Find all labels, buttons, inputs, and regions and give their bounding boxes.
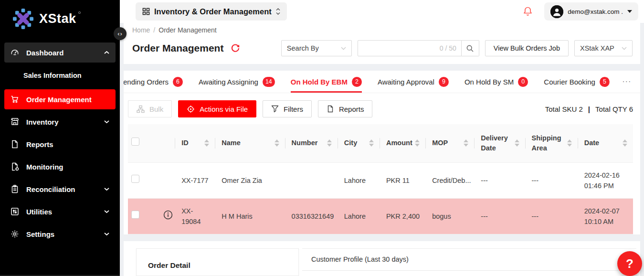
cell-mop: Credit/Deb... — [425, 162, 474, 198]
clipboard-icon — [11, 185, 19, 193]
sort-icon[interactable] — [623, 139, 627, 147]
cell-amount: PKR 11 — [380, 162, 425, 198]
search-by-select[interactable]: Search By — [281, 40, 352, 56]
tab-on-hold-by-ebm[interactable]: On Hold By EBM 2 — [291, 71, 362, 93]
tab-awaiting-assigning[interactable]: Awaiting Assigning 14 — [199, 71, 275, 93]
brand-logo[interactable]: XStak — [0, 0, 120, 30]
accordion-customer-profile[interactable]: Customer Profile (Last 30 days) — [302, 249, 636, 271]
sort-icon[interactable] — [464, 139, 468, 147]
tab-badge: 0 — [518, 77, 528, 87]
sidebar-item-utilities[interactable]: Utilities — [4, 202, 116, 222]
tab-label: Awaiting Assigning — [199, 78, 258, 86]
search-button[interactable] — [462, 40, 479, 56]
orders-panel: Pending Orders 6 Awaiting Assigning 14 O… — [124, 71, 640, 234]
brand-name: XStak — [39, 8, 76, 29]
xap-select[interactable]: XStak XAP — [574, 40, 633, 56]
search-input[interactable] — [363, 44, 437, 53]
sidebar-item-dashboard[interactable]: Dashboard — [4, 42, 116, 63]
sidebar-item-reports[interactable]: Reports — [4, 134, 116, 154]
tab-awaiting-approval[interactable]: Awaiting Approval 9 — [378, 71, 449, 93]
cell-date: 2024-02-07 10:10 AM — [578, 198, 633, 234]
gear-icon — [11, 230, 19, 238]
sidebar-item-label: Settings — [26, 230, 54, 238]
crosshair-icon — [187, 105, 195, 113]
column-name[interactable]: Name — [215, 124, 285, 162]
tab-label: Awaiting Approval — [378, 78, 434, 86]
sidebar-item-reconciliation[interactable]: Reconciliation — [4, 179, 116, 199]
tab-badge: 2 — [352, 77, 362, 87]
help-fab-button[interactable]: ? — [617, 251, 642, 276]
info-circle-icon[interactable] — [163, 210, 173, 220]
row-checkbox[interactable] — [131, 175, 139, 183]
column-number[interactable]: Number — [285, 124, 338, 162]
column-city[interactable]: City — [338, 124, 380, 162]
breadcrumb-separator: / — [153, 26, 155, 34]
order-detail-section: Order Detail Customer Profile (Last 30 d… — [124, 241, 640, 276]
breadcrumb: Home / Order Management — [132, 26, 633, 34]
refresh-icon[interactable] — [231, 43, 240, 53]
sidebar-item-monitoring[interactable]: Monitoring — [4, 157, 116, 177]
sidebar-collapse-toggle[interactable]: ‹› — [114, 27, 127, 40]
cell-number: 03316321649 — [285, 198, 338, 234]
tab-on-hold-by-sm[interactable]: On Hold By SM 0 — [465, 71, 528, 93]
avatar-icon — [550, 5, 563, 18]
sidebar-item-order-management[interactable]: Order Management — [4, 89, 116, 109]
cell-mop: bogus — [425, 198, 474, 234]
filters-button[interactable]: Filters — [263, 100, 312, 117]
toolbar: Bulk Actions via File — [124, 93, 640, 123]
cart-icon — [11, 95, 19, 104]
app-switcher[interactable]: Inventory & Order Management — [136, 2, 287, 21]
detail-accordion: Customer Profile (Last 30 days) Order It… — [302, 248, 636, 276]
breadcrumb-home[interactable]: Home — [132, 26, 150, 34]
cell-number — [285, 162, 338, 198]
sort-icon[interactable] — [369, 139, 374, 147]
select-all-checkbox[interactable] — [131, 138, 139, 146]
user-menu[interactable]: demo@xstak.com . — [544, 2, 638, 21]
char-counter: 0 / 50 — [440, 44, 456, 52]
tabs-more-button[interactable]: ... — [608, 71, 640, 93]
column-amount[interactable]: Amount — [380, 124, 425, 162]
sort-icon[interactable] — [274, 139, 279, 147]
cell-id: XX-19084 — [175, 198, 215, 234]
file-sync-icon — [11, 162, 19, 171]
column-shipping-area[interactable]: Shipping Area — [525, 124, 578, 162]
sort-icon[interactable] — [515, 139, 519, 147]
cell-name: Omer Zia Zia — [215, 162, 285, 198]
table-row[interactable]: XX-19084 H M Haris 03316321649 Lahore PK… — [128, 198, 633, 234]
tab-courier-booking[interactable]: Courier Booking 5 — [544, 71, 610, 93]
sort-icon[interactable] — [567, 139, 572, 147]
sidebar-item-sales-information[interactable]: Sales Information — [4, 68, 116, 83]
reports-label: Reports — [339, 105, 364, 113]
sort-icon[interactable] — [327, 139, 332, 147]
cell-name: H M Haris — [215, 198, 285, 234]
sidebar-item-label: Reconciliation — [26, 185, 75, 193]
notification-bell-icon[interactable] — [523, 6, 533, 17]
order-detail-title: Order Detail — [148, 261, 298, 270]
sidebar-item-inventory[interactable]: Inventory — [4, 112, 116, 132]
select-chevron-icon — [341, 47, 346, 50]
column-date[interactable]: Date — [578, 124, 633, 162]
view-bulk-orders-button[interactable]: View Bulk Orders Job — [485, 40, 569, 56]
accordion-label: Customer Profile (Last 30 days) — [311, 255, 409, 263]
column-delivery-date[interactable]: Delivery Date — [474, 124, 525, 162]
document-icon — [327, 105, 334, 113]
sidebar-item-settings[interactable]: Settings — [4, 224, 116, 244]
main-area: Inventory & Order Management — [120, 0, 644, 276]
table-row[interactable]: XX-7177 Omer Zia Zia Lahore PKR 11 Credi… — [128, 162, 633, 198]
sort-icon[interactable] — [204, 139, 209, 147]
column-mop[interactable]: MOP — [425, 124, 474, 162]
sliders-icon — [11, 207, 19, 216]
row-checkbox[interactable] — [131, 211, 139, 219]
sidebar-item-label: Reports — [26, 140, 53, 149]
bulk-button[interactable]: Bulk — [128, 100, 172, 117]
tab-pending-orders[interactable]: Pending Orders 6 — [124, 71, 183, 93]
cell-shipping-area: --- — [525, 162, 578, 198]
reports-button[interactable]: Reports — [318, 100, 373, 117]
accordion-order-items[interactable]: Order Items — [302, 271, 636, 276]
file-icon — [11, 140, 19, 149]
sort-icon[interactable] — [415, 139, 420, 147]
column-id[interactable]: ID — [175, 124, 215, 162]
actions-via-file-button[interactable]: Actions via File — [178, 100, 256, 117]
tab-badge: 6 — [173, 77, 183, 87]
user-email: demo@xstak.com . — [568, 8, 623, 15]
